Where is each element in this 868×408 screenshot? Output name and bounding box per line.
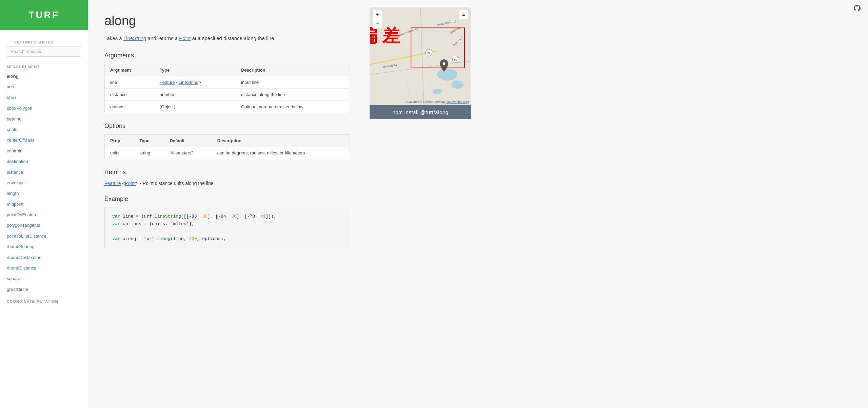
nav-item-rhumbDistance[interactable]: rhumbDistance: [0, 263, 88, 273]
content-area: along Takes a LineString and returns a P…: [88, 0, 868, 408]
returns-section: Feature <Point> - Point distance units a…: [104, 181, 350, 186]
desc-header2: Description: [212, 135, 350, 147]
map-watermark: © Mapbox © OpenStreetMap Improve this ma…: [405, 100, 469, 104]
search-section: GETTING STARTED: [0, 30, 88, 60]
prop-header: Prop: [105, 135, 134, 147]
nav-item-rhumbDestination[interactable]: rhumbDestination: [0, 252, 88, 263]
desc-cell: input line: [236, 76, 350, 89]
svg-point-2: [451, 80, 463, 89]
desc-cell2: can be degrees, radians, miles, or kilom…: [212, 147, 350, 159]
nav-item-area[interactable]: area: [0, 81, 88, 92]
zoom-out-button[interactable]: −: [373, 19, 382, 28]
nav-item-center[interactable]: center: [0, 124, 88, 135]
nav-item-greatcircle[interactable]: greatCircle: [0, 284, 88, 295]
type-cell: (Object): [154, 101, 236, 113]
map-container: 57 57 Griswoldville Rd Griswoldville Rd …: [370, 7, 471, 105]
options-table: Prop Type Default Description units stri…: [104, 134, 350, 159]
arg-header: Argument: [105, 64, 154, 76]
point-returns-link[interactable]: Point: [125, 181, 136, 186]
github-svg-icon: [853, 5, 861, 14]
type-cell: number: [154, 89, 236, 101]
example-title: Example: [104, 196, 350, 203]
nav-item-pointtolinedistance[interactable]: pointToLineDistance: [0, 231, 88, 241]
measurement-label: MEASUREMENT: [0, 60, 88, 71]
main-content: along Takes a LineString and returns a P…: [88, 0, 868, 408]
linestring-link2[interactable]: LineString: [179, 80, 199, 85]
nav-item-distance[interactable]: distance: [0, 167, 88, 178]
nav-item-destination[interactable]: destination: [0, 156, 88, 167]
returns-text: Feature <Point> - Point distance units a…: [104, 181, 213, 186]
default-header: Default: [164, 135, 212, 147]
type-header2: Type: [134, 135, 164, 147]
table-row: line Feature <LineString> input line: [105, 76, 350, 89]
nav-item-length[interactable]: length: [0, 188, 88, 199]
nav-item-centerofmass[interactable]: centerOfMass: [0, 135, 88, 145]
code-line-2: var options = {units: 'miles'};: [112, 221, 194, 226]
nav-item-bboxpolygon[interactable]: bboxPolygon: [0, 103, 88, 113]
layers-icon: ≡: [462, 12, 465, 17]
arg-cell: options: [105, 101, 154, 113]
nav-item-rhumbBearing[interactable]: rhumbBearing: [0, 241, 88, 252]
nav-item-polygontangents[interactable]: polygonTangents: [0, 220, 88, 230]
point-link[interactable]: Point: [179, 35, 191, 41]
svg-text:57: 57: [427, 52, 430, 55]
feature-link[interactable]: Feature: [160, 80, 175, 85]
coordinate-mutation-label: COORDINATE MUTATION: [0, 295, 88, 305]
npm-install-bar[interactable]: npm install @turf/along: [370, 105, 471, 119]
svg-text:57: 57: [454, 58, 457, 61]
improve-map-link[interactable]: Improve this map: [446, 100, 469, 104]
prop-cell: units: [105, 147, 134, 159]
nav-item-square[interactable]: square: [0, 273, 88, 284]
description: Takes a LineString and returns a Point a…: [104, 34, 350, 42]
desc-header: Description: [236, 64, 350, 76]
table-row: distance number distance along the line: [105, 89, 350, 101]
default-cell: "kilometers": [164, 147, 212, 159]
desc-cell: Optional parameters: see below: [236, 101, 350, 113]
github-icon[interactable]: [853, 4, 861, 14]
svg-point-1: [437, 69, 458, 81]
svg-point-20: [443, 62, 446, 65]
search-input[interactable]: [7, 46, 81, 57]
doc-area: along Takes a LineString and returns a P…: [88, 0, 366, 408]
nav-item-bbox[interactable]: bbox: [0, 92, 88, 103]
map-zoom-controls: + −: [373, 10, 382, 28]
nav-item-envelope[interactable]: envelope: [0, 178, 88, 188]
sidebar: TURF GETTING STARTED MEASUREMENT along a…: [0, 0, 88, 408]
sidebar-header: TURF: [0, 0, 88, 30]
nav-item-along[interactable]: along: [0, 71, 88, 81]
arg-cell: distance: [105, 89, 154, 101]
arguments-table: Argument Type Description line Feature <…: [104, 64, 350, 113]
type-cell: Feature <LineString>: [154, 76, 236, 89]
code-line-3: var along = turf.along(line, 200, option…: [112, 236, 226, 241]
type-header: Type: [154, 64, 236, 76]
nav-item-midpoint[interactable]: midpoint: [0, 199, 88, 209]
nav-item-bearing[interactable]: bearing: [0, 114, 88, 124]
desc-cell: distance along the line: [236, 89, 350, 101]
nav-item-pointonfeature[interactable]: pointOnFeature: [0, 209, 88, 220]
type-cell2: string: [134, 147, 164, 159]
code-line-1: var line = turf.lineString([[-83, 30], […: [112, 214, 276, 219]
code-block: var line = turf.lineString([[-83, 30], […: [104, 207, 350, 248]
svg-point-3: [433, 89, 442, 94]
options-title: Options: [104, 123, 350, 130]
linestring-link[interactable]: LineString: [123, 35, 146, 41]
arg-cell: line: [105, 76, 154, 89]
arguments-title: Arguments: [104, 52, 350, 59]
returns-title: Returns: [104, 169, 350, 176]
getting-started-label: GETTING STARTED: [7, 35, 81, 46]
page-title: along: [104, 14, 350, 28]
right-panel: 57 57 Griswoldville Rd Griswoldville Rd …: [366, 0, 475, 408]
zoom-in-button[interactable]: +: [373, 10, 382, 19]
sidebar-logo[interactable]: TURF: [28, 10, 59, 20]
map-layers-button[interactable]: ≡: [459, 10, 468, 19]
map-svg: 57 57 Griswoldville Rd Griswoldville Rd …: [370, 7, 471, 105]
mapbox-credit: © Mapbox © OpenStreetMap: [405, 100, 446, 104]
table-row: units string "kilometers" can be degrees…: [105, 147, 350, 159]
nav-item-centroid[interactable]: centroid: [0, 146, 88, 156]
table-row: options (Object) Optional parameters: se…: [105, 101, 350, 113]
feature-returns-link[interactable]: Feature: [104, 181, 121, 186]
